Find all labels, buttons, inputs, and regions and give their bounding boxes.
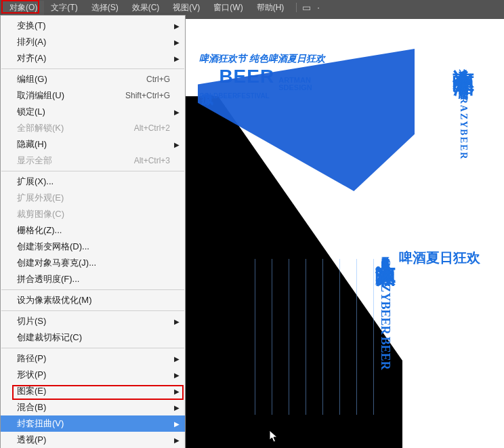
menu-item[interactable]: 封套扭曲(V)▶ — [1, 415, 185, 432]
submenu-arrow-icon: ▶ — [174, 388, 180, 395]
separator — [1, 68, 184, 69]
menu-item[interactable]: 切片(S)▶ — [1, 313, 185, 329]
menu-item-label: 创建裁切标记(C) — [17, 331, 82, 344]
object-menu-dropdown: 变换(T)▶排列(A)▶对齐(A)▶编组(G)Ctrl+G取消编组(U)Shif… — [0, 15, 186, 448]
submenu-arrow-icon: ▶ — [174, 55, 180, 62]
canvas: 啤酒狂欢节 纯色啤酒夏日狂欢 疯凉BEERARTMANSDESIGN COLDB… — [186, 15, 504, 448]
menu-type[interactable]: 文字(T) — [44, 1, 84, 15]
menu-item: 扩展外观(E) — [1, 190, 185, 206]
separator — [1, 348, 184, 348]
menu-view[interactable]: 视图(V) — [166, 1, 207, 15]
artwork-text-bottom: 啤酒夏日狂欢 冰爽啤酒 冰爽夏日 疯狂啤酒 邀您喝 CRAZYBEER BEER — [375, 249, 480, 391]
menu-item-label: 变换(T) — [17, 20, 46, 32]
menu-item[interactable]: 创建渐变网格(D)... — [1, 239, 185, 255]
menu-item[interactable]: 创建裁切标记(C) — [1, 329, 185, 346]
menu-item-label: 路径(P) — [17, 352, 46, 365]
menu-item-label: 对齐(A) — [17, 52, 46, 64]
menu-item-shortcut: Alt+Ctrl+2 — [134, 123, 170, 133]
menu-object[interactable]: 对象(O) — [3, 1, 44, 15]
menubar: 对象(O) 文字(T) 选择(S) 效果(C) 视图(V) 窗口(W) 帮助(H… — [0, 0, 504, 15]
menu-item-label: 扩展外观(E) — [17, 192, 64, 204]
submenu-arrow-icon: ▶ — [174, 108, 180, 116]
menu-item-label: 全部解锁(K) — [17, 122, 64, 134]
menu-item[interactable]: 扩展(X)... — [1, 174, 185, 190]
menu-item-label: 排列(A) — [17, 36, 46, 48]
submenu-arrow-icon: ▶ — [174, 355, 180, 363]
menu-item-label: 裁剪图像(C) — [17, 208, 64, 220]
menu-effect[interactable]: 效果(C) — [125, 1, 167, 15]
menu-item[interactable]: 路径(P)▶ — [1, 350, 185, 367]
separator — [1, 171, 184, 171]
search-icon[interactable]: · — [314, 3, 324, 12]
menu-item[interactable]: 排列(A)▶ — [1, 34, 185, 50]
menu-item[interactable]: 锁定(L)▶ — [1, 104, 185, 120]
menu-item: 全部解锁(K)Alt+Ctrl+2 — [1, 120, 185, 136]
menu-item-label: 取消编组(U) — [17, 89, 64, 102]
menu-window[interactable]: 窗口(W) — [207, 1, 249, 15]
submenu-arrow-icon: ▶ — [174, 404, 180, 411]
menu-item-label: 切片(S) — [17, 315, 46, 327]
menu-item[interactable]: 隐藏(H)▶ — [1, 136, 185, 152]
menu-item-label: 锁定(L) — [17, 106, 45, 118]
menu-item-label: 透视(P) — [17, 434, 46, 446]
separator — [296, 3, 297, 12]
menu-item-label: 混合(B) — [17, 401, 46, 413]
menu-item-label: 显示全部 — [17, 155, 52, 167]
menu-item[interactable]: 变换(T)▶ — [1, 18, 185, 34]
menu-item-shortcut: Shift+Ctrl+G — [125, 91, 170, 100]
menu-item: 裁剪图像(C) — [1, 206, 185, 222]
menu-item-label: 创建渐变网格(D)... — [17, 241, 89, 253]
submenu-arrow-icon: ▶ — [174, 141, 180, 148]
window-icon[interactable]: ▭ — [302, 2, 311, 13]
menu-item[interactable]: 混合(B)▶ — [1, 399, 185, 415]
menu-item-label: 形状(P) — [17, 369, 46, 381]
menu-item-label: 编组(G) — [17, 73, 47, 85]
separator — [1, 310, 184, 311]
submenu-arrow-icon: ▶ — [174, 436, 180, 444]
menu-item-label: 图案(E) — [17, 385, 46, 397]
menu-item-label: 拼合透明度(F)... — [17, 273, 79, 285]
submenu-arrow-icon: ▶ — [174, 39, 180, 46]
menu-item-label: 设为像素级优化(M) — [17, 294, 92, 306]
menu-item[interactable]: 取消编组(U)Shift+Ctrl+G — [1, 87, 185, 104]
menu-item-label: 封套扭曲(V) — [17, 418, 64, 430]
menu-item[interactable]: 对齐(A)▶ — [1, 50, 185, 66]
menu-item[interactable]: 栅格化(Z)... — [1, 222, 185, 239]
menu-item-label: 扩展(X)... — [17, 176, 54, 188]
submenu-arrow-icon: ▶ — [174, 318, 180, 325]
menu-item[interactable]: 形状(P)▶ — [1, 367, 185, 383]
menu-item[interactable]: 拼合透明度(F)... — [1, 271, 185, 287]
menu-item-shortcut: Alt+Ctrl+3 — [134, 156, 170, 165]
menu-item-shortcut: Ctrl+G — [146, 75, 170, 84]
menu-item: 显示全部Alt+Ctrl+3 — [1, 152, 185, 169]
submenu-arrow-icon: ▶ — [174, 420, 180, 428]
menu-item-label: 栅格化(Z)... — [17, 224, 62, 237]
menu-item[interactable]: 设为像素级优化(M) — [1, 292, 185, 308]
menu-item[interactable]: 编组(G)Ctrl+G — [1, 71, 185, 87]
cursor-pointer-icon — [269, 430, 278, 443]
menu-item[interactable]: 透视(P)▶ — [1, 432, 185, 448]
menu-item[interactable]: 图案(E)▶ — [1, 383, 185, 399]
menu-help[interactable]: 帮助(H) — [250, 1, 291, 15]
menu-select[interactable]: 选择(S) — [85, 1, 125, 15]
submenu-arrow-icon: ▶ — [174, 371, 180, 379]
submenu-arrow-icon: ▶ — [174, 22, 180, 30]
menu-item[interactable]: 创建对象马赛克(J)... — [1, 255, 185, 271]
menu-item-label: 隐藏(H) — [17, 138, 47, 150]
artwork-text-right: 冰爽啤酒 冰爽夏日 疯狂啤酒 邀您喝 CRAZYBEER — [448, 52, 478, 160]
separator — [1, 289, 184, 290]
menu-item-label: 创建对象马赛克(J)... — [17, 257, 96, 269]
